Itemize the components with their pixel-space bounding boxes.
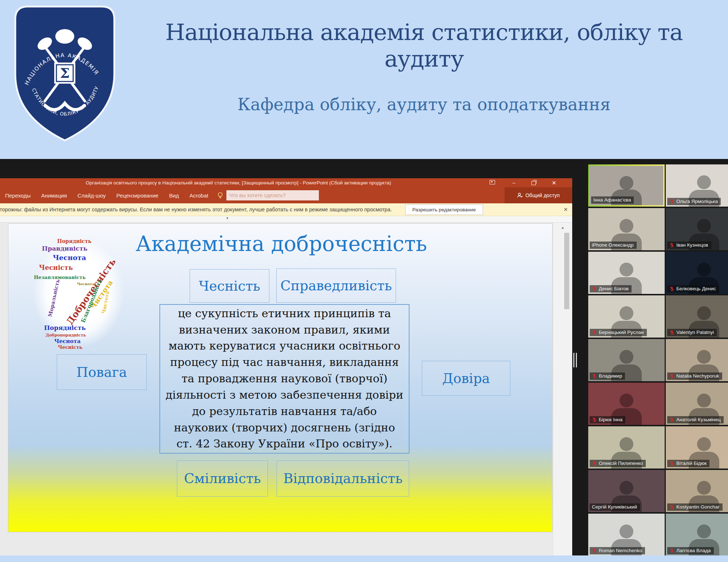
banner: НАЦІОНАЛЬНА АКАДЕМІЯ СТАТИСТИКИ, ОБЛІКУ … <box>0 0 728 159</box>
slide-canvas: Академічна доброчесність ПорядністьПравд… <box>8 223 553 532</box>
participant-tile[interactable]: Анатолій Кузьмінец <box>666 383 728 425</box>
participant-tile[interactable]: Віталій Бідюк <box>666 426 728 469</box>
mic-muted-icon <box>669 199 674 204</box>
participant-tile[interactable]: Natalia Nechyporuk <box>666 339 728 381</box>
mic-muted-icon <box>669 374 674 379</box>
participant-name-bar: iPhone Олександр <box>590 242 637 249</box>
menu-tab-1[interactable]: Анимация <box>41 192 67 199</box>
document-area: Академічна доброчесність ПорядністьПравд… <box>0 223 572 562</box>
vertical-scrollbar[interactable]: ▲ ▼ ▲▲ ▼▼ <box>553 223 572 562</box>
person-plus-icon <box>517 192 523 198</box>
menu-tab-5[interactable]: Acrobat <box>190 192 209 199</box>
mic-muted-icon <box>669 505 674 510</box>
scrollbar-thumb[interactable] <box>564 233 569 309</box>
mic-muted-icon <box>669 243 674 248</box>
participant-name-bar: Белковець Денис <box>667 285 719 292</box>
wordcloud-word: Моральність <box>47 279 61 317</box>
participant-name: Анатолій Кузьмінец <box>676 417 721 422</box>
enable-editing-button[interactable]: Разрешить редактирование <box>405 204 483 215</box>
banner-text: Національна академія статистики, обліку … <box>124 0 724 159</box>
wordcloud-word: Правдивість <box>42 245 87 252</box>
menu-tabs: ПереходыАнимацияСлайд-шоуРецензированиеВ… <box>5 187 208 203</box>
participant-tile[interactable]: Roman Nemchenko <box>588 514 665 556</box>
mic-muted-icon <box>669 286 674 291</box>
mic-muted-icon <box>592 286 597 291</box>
window-title: Організація освітнього процесу в Націона… <box>0 178 477 187</box>
participant-name: Белковець Денис <box>676 286 716 291</box>
mic-muted-icon <box>592 374 597 379</box>
close-button[interactable]: ✕ <box>546 178 562 187</box>
ribbon-options-icon <box>490 180 495 184</box>
menu-tab-4[interactable]: Вид <box>169 192 179 199</box>
participant-tile[interactable]: Valentyn Palatnyi <box>666 295 728 338</box>
participant-gallery: Інна Афанас'єва Ольга Ярмоліцька iPhone … <box>588 164 728 556</box>
slide-title: Академічна доброчесність <box>118 232 445 256</box>
academy-logo: НАЦІОНАЛЬНА АКАДЕМІЯ СТАТИСТИКИ, ОБЛІКУ … <box>10 3 119 143</box>
participant-name-bar: Олексій Пилипенко <box>590 460 646 467</box>
participant-name: Іван Кузнецов <box>676 242 708 248</box>
participant-tile[interactable]: Kostyantin Gonchar <box>666 470 728 512</box>
powerpoint-window: Організація освітнього процесу в Націона… <box>0 178 572 562</box>
share-button-label: Общий доступ <box>525 192 559 198</box>
participant-name: Бірюк Інна <box>599 417 622 422</box>
participant-name-bar: Сергій Куликівський <box>590 503 640 511</box>
participant-name: Valentyn Palatnyi <box>676 330 714 335</box>
participant-tile[interactable]: Іван Кузнецов <box>666 208 728 250</box>
participant-name-bar: Roman Nemchenko <box>590 547 645 554</box>
menu-tab-2[interactable]: Слайд-шоу <box>78 192 106 199</box>
participant-name: Віталій Бідюк <box>676 461 707 466</box>
protected-view-message: сторожны: файлы из Интернета могут содер… <box>0 203 392 216</box>
participant-name-bar: Іван Кузнецов <box>667 242 711 249</box>
participant-name: Денис Біатов <box>599 286 629 291</box>
participant-tile[interactable]: iPhone Олександр <box>588 208 665 250</box>
scroll-up-icon[interactable]: ▲ <box>553 226 572 230</box>
protected-bar-close-icon[interactable]: ✕ <box>563 203 568 216</box>
minimize-button[interactable]: – <box>506 178 522 187</box>
participant-name: Roman Nemchenko <box>599 548 642 553</box>
ribbon-collapse-strip: ▼ <box>0 216 572 223</box>
participant-name: Сергій Куликівський <box>592 504 637 510</box>
menu-tab-0[interactable]: Переходы <box>5 192 31 199</box>
share-button[interactable]: Общий доступ <box>505 187 572 203</box>
restore-button[interactable] <box>526 178 542 187</box>
wordcloud-word: Чесність <box>39 264 73 271</box>
participant-name: Лаптєва Влада <box>676 548 711 553</box>
participant-name: Natalia Nechyporuk <box>676 373 719 379</box>
participant-tile[interactable]: Владимир <box>588 339 665 381</box>
participant-tile[interactable]: Бірюк Інна <box>588 383 665 425</box>
participant-name-bar: Інна Афанас'єва <box>591 196 634 204</box>
participant-tile[interactable]: Ольга Ярмоліцька <box>666 164 728 207</box>
participant-tile[interactable]: Денис Біатов <box>588 252 665 294</box>
integrity-wordcloud: ПорядністьПравдивістьЧеснотаЧесністьНеза… <box>33 237 124 348</box>
tell-me-search-input[interactable] <box>226 190 319 200</box>
slide-box-fairness: Справедливість <box>276 268 396 303</box>
protected-view-bar: сторожны: файлы из Интернета могут содер… <box>0 203 572 216</box>
definition-text: це сукупність етичних принципів та визна… <box>165 306 405 452</box>
participant-name: Олексій Пилипенко <box>599 461 643 466</box>
wordcloud-word: Порядність <box>44 324 86 331</box>
participant-tile[interactable]: Сергій Куликівський <box>588 470 665 512</box>
wordcloud-word: Чесність <box>58 344 82 350</box>
participant-name: Ольга Ярмоліцька <box>676 199 718 204</box>
participant-name-bar: Natalia Nechyporuk <box>667 372 722 380</box>
participant-name: Kostyantin Gonchar <box>676 504 720 510</box>
mic-muted-icon <box>592 417 597 422</box>
participant-tile[interactable]: Лаптєва Влада <box>666 514 728 556</box>
mic-muted-icon <box>592 461 597 466</box>
wordcloud-word: Чеснота <box>54 338 80 344</box>
mic-muted-icon <box>592 548 597 553</box>
menu-tab-3[interactable]: Рецензирование <box>116 192 159 199</box>
participant-name: Інна Афанас'єва <box>593 197 631 203</box>
gallery-resize-handle[interactable] <box>573 353 578 367</box>
screenshot-root: НАЦІОНАЛЬНА АКАДЕМІЯ СТАТИСТИКИ, ОБЛІКУ … <box>0 0 728 562</box>
chevron-down-icon[interactable]: ▼ <box>226 216 229 220</box>
ppt-menu-bar: ПереходыАнимацияСлайд-шоуРецензированиеВ… <box>0 187 572 203</box>
participant-name-bar: Бернацький Руслан <box>590 329 647 336</box>
ribbon-display-options-button[interactable] <box>484 178 500 187</box>
participant-tile[interactable]: Інна Афанас'єва <box>588 164 665 207</box>
participant-tile[interactable]: Олексій Пилипенко <box>588 426 665 469</box>
participant-tile[interactable]: Бернацький Руслан <box>588 295 665 338</box>
definition-box: це сукупність етичних принципів та визна… <box>159 304 410 454</box>
wordcloud-word: Добропорядність <box>46 333 86 338</box>
participant-tile[interactable]: Белковець Денис <box>666 252 728 294</box>
